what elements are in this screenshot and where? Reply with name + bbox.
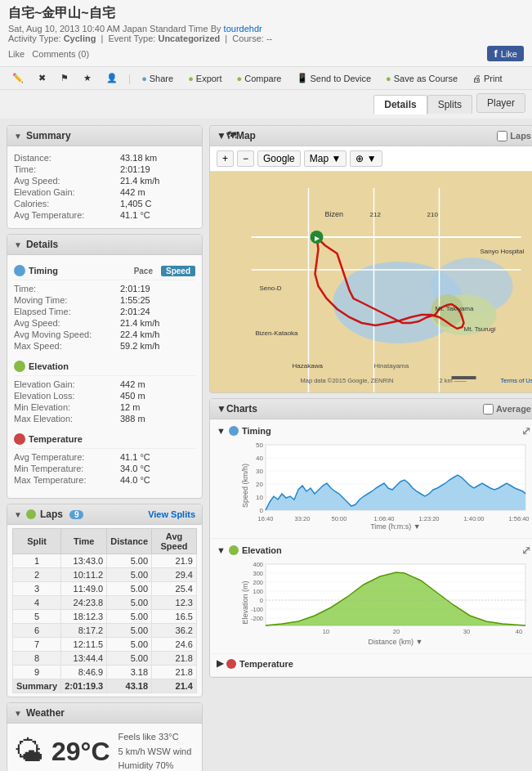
layers-button[interactable]: ⊕ ▼	[350, 150, 382, 167]
details-collapse-icon: ▼	[14, 240, 22, 249]
svg-text:Bizen-Kataoka: Bizen-Kataoka	[256, 329, 299, 337]
map-type-button[interactable]: Map ▼	[304, 150, 347, 167]
event-type-label: Event Type:	[109, 34, 156, 43]
course-value: --	[266, 34, 272, 43]
print-button[interactable]: 🖨 Print	[468, 72, 507, 85]
charts-header: ▼ Charts Average	[210, 399, 532, 419]
laps-cell: 16.5	[152, 610, 197, 624]
flag-button[interactable]: ⚑	[56, 71, 73, 85]
elevation-min-label: Min Elevation:	[14, 402, 120, 412]
laps-table-row: 424:23.85.0012.3	[13, 596, 197, 610]
laps-table-row: 98:46.93.1821.8	[13, 666, 197, 679]
svg-text:Hazakawa: Hazakawa	[293, 362, 324, 370]
svg-text:300: 300	[253, 570, 263, 577]
pace-button[interactable]: Pace	[129, 266, 158, 276]
laps-cell: 5	[13, 610, 61, 624]
distance-label: Distance:	[14, 153, 120, 163]
svg-text:0: 0	[260, 597, 263, 604]
laps-cell: 3.18	[107, 666, 152, 679]
view-splits-link[interactable]: View Splits	[148, 509, 195, 519]
average-checkbox[interactable]	[483, 404, 494, 415]
svg-text:210: 210	[427, 211, 439, 218]
summary-panel-header[interactable]: ▼ Summary	[7, 126, 202, 146]
delete-button[interactable]: ✖	[34, 71, 50, 85]
like-link[interactable]: Like	[8, 49, 25, 59]
map-emoji: 🗺	[226, 130, 236, 141]
tab-details[interactable]: Details	[373, 95, 427, 114]
save-icon: ●	[386, 74, 391, 83]
share-button[interactable]: ● Share	[137, 72, 177, 85]
star-button[interactable]: ★	[79, 71, 96, 85]
weather-collapse-icon: ▼	[14, 709, 22, 718]
tab-splits[interactable]: Splits	[427, 95, 472, 114]
tab-player[interactable]: Player	[476, 93, 525, 113]
laps-title: Laps	[40, 509, 63, 520]
google-button[interactable]: Google	[257, 150, 301, 167]
temp-avg-label: Avg Temperature:	[14, 452, 120, 462]
svg-text:Mt. Takiyama: Mt. Takiyama	[436, 305, 475, 312]
zoom-out-button[interactable]: −	[237, 150, 254, 167]
laps-cell: 21.9	[152, 554, 197, 568]
temp-min-label: Min Temperature:	[14, 464, 120, 473]
weather-panel-header[interactable]: ▼ Weather	[7, 703, 202, 724]
laps-collapse-icon: ▼	[14, 510, 22, 519]
laps-table-row: 311:49.05.0025.4	[13, 582, 197, 596]
temp-min-row: Min Temperature: 34.0 °C	[14, 464, 195, 473]
laps-cell: 5.00	[107, 568, 152, 582]
elevation-expand-icon[interactable]: ⤢	[521, 544, 531, 557]
timing-avg-moving-speed-label: Avg Moving Speed:	[14, 329, 120, 339]
send-to-device-button[interactable]: 📱 Send to Device	[293, 71, 376, 85]
speed-chart-svg: Speed (km/h) 50 40 30 20	[241, 441, 531, 531]
timing-max-speed-row: Max Speed: 59.2 km/h	[14, 341, 195, 351]
save-as-course-button[interactable]: ● Save as Course	[382, 72, 462, 85]
laps-checkbox[interactable]	[497, 131, 507, 141]
details-title: Details	[26, 239, 58, 250]
svg-text:1:56:40: 1:56:40	[508, 515, 529, 522]
timing-header: Timing Pace Speed	[14, 262, 195, 280]
laps-cell: 10:11.2	[61, 568, 107, 582]
charts-title: Charts	[226, 403, 257, 415]
laps-table-row: 813:44.45.0021.8	[13, 652, 197, 666]
laps-cell: 24.6	[152, 638, 197, 652]
temp-chart-collapse: ▶	[217, 658, 223, 669]
temperature-header: Temperature	[14, 430, 195, 449]
svg-text:50:00: 50:00	[332, 515, 347, 522]
details-panel-header[interactable]: ▼ Details	[7, 235, 202, 255]
laps-cell: 8:17.2	[61, 624, 107, 638]
svg-text:10: 10	[323, 628, 329, 635]
weather-panel: ▼ Weather 🌤 29°C Feels like 33°C 5 km/h …	[7, 702, 203, 771]
author-link[interactable]: tourdehdr	[224, 24, 262, 34]
avg-speed-value: 21.4 km/h	[120, 176, 159, 186]
elevation-chart-icon	[229, 545, 239, 555]
course-label: Course:	[232, 34, 264, 43]
elevation-title: Elevation	[29, 361, 69, 371]
comments-link[interactable]: Comments (0)	[32, 49, 89, 59]
svg-text:200: 200	[253, 579, 263, 586]
speed-button[interactable]: Speed	[161, 266, 195, 276]
timing-moving-time-row: Moving Time: 1:55:25	[14, 295, 195, 305]
map-body: ▶ Bizen Seno-D 212 210 Sanyo Hospital Mt…	[210, 172, 532, 392]
avg-temp-label: Avg Temperature:	[14, 210, 120, 220]
compare-button[interactable]: ● Compare	[233, 72, 286, 85]
share-icon: ●	[141, 74, 147, 83]
elevation-chart-collapse: ▼	[217, 545, 226, 555]
timing-expand-icon[interactable]: ⤢	[521, 424, 531, 437]
laps-cell: 13:44.4	[61, 652, 107, 666]
user-button[interactable]: 👤	[102, 71, 122, 85]
temp-avg-value: 41.1 °C	[120, 452, 150, 462]
export-button[interactable]: ● Export	[184, 72, 226, 85]
facebook-like-button[interactable]: f Like	[487, 46, 524, 61]
edit-button[interactable]: ✏️	[8, 71, 28, 85]
toolbar: ✏️ ✖ ⚑ ★ 👤 | ● Share ● Export ● Compare …	[0, 67, 532, 90]
svg-text:Hinatayama: Hinatayama	[374, 362, 409, 370]
laps-table-row: 518:12.35.0016.5	[13, 610, 197, 624]
timing-title: Timing	[29, 266, 58, 276]
elevation-max-label: Max Elevation:	[14, 414, 120, 424]
avg-temp-value: 41.1 °C	[120, 210, 150, 220]
elevation-loss-label: Elevation Loss:	[14, 391, 120, 401]
laps-cell: 21.8	[152, 666, 197, 679]
wind-info: 5 km/h WSW wind	[118, 745, 192, 760]
elevation-gain-label: Elevation Gain:	[14, 187, 120, 197]
laps-panel-header[interactable]: ▼ Laps 9 View Splits	[7, 504, 202, 525]
zoom-in-button[interactable]: +	[217, 150, 234, 167]
